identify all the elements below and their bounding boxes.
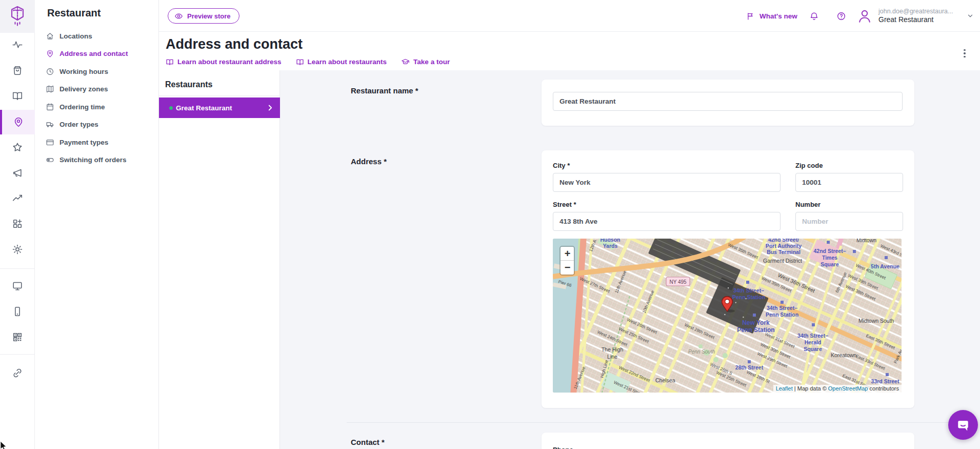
rail-qr-code[interactable] <box>0 326 35 348</box>
rail-divider <box>0 354 35 355</box>
sidebar-item-payment-types[interactable]: Payment types <box>35 133 159 151</box>
svg-text:Square: Square <box>804 346 822 352</box>
restaurants-panel: Restaurants Great Restaurant <box>159 70 280 449</box>
zoom-in-button[interactable]: + <box>561 247 574 261</box>
sidebar-item-locations[interactable]: Locations <box>35 27 159 45</box>
rail-marketing[interactable] <box>0 162 35 184</box>
restaurant-list-item-selected[interactable]: Great Restaurant <box>159 97 280 118</box>
sidebar-item-label: Order types <box>59 121 98 128</box>
sidebar-item-delivery-zones[interactable]: Delivery zones <box>35 81 159 98</box>
rail-kiosk[interactable] <box>0 275 35 297</box>
city-input[interactable] <box>553 173 781 192</box>
activity-icon <box>12 39 23 50</box>
help-circle-icon <box>836 11 846 21</box>
street-input[interactable] <box>553 212 781 231</box>
person-icon <box>856 8 873 24</box>
sidebar-item-label: Delivery zones <box>59 85 108 93</box>
notifications-button[interactable] <box>809 0 819 32</box>
rail-reports[interactable] <box>0 187 35 209</box>
svg-text:42nd Street–: 42nd Street– <box>813 248 846 254</box>
section-divider <box>347 422 971 423</box>
chat-bubble-icon <box>956 418 970 432</box>
rail-website-link[interactable] <box>0 362 35 384</box>
rail-orders[interactable] <box>0 59 35 82</box>
truck-icon <box>46 120 54 129</box>
location-pin-icon <box>46 49 54 58</box>
shopping-bag-icon <box>12 65 23 76</box>
contact-section-label: Contact * <box>351 438 385 446</box>
preview-store-label: Preview store <box>187 12 231 20</box>
header-links: Learn about restaurant address Learn abo… <box>166 57 450 66</box>
zip-code-input[interactable] <box>795 173 903 192</box>
sidebar-item-working-hours[interactable]: Working hours <box>35 63 159 80</box>
rail-menu[interactable] <box>0 85 35 107</box>
rail-settings[interactable] <box>0 238 35 261</box>
sidebar-item-order-types[interactable]: Order types <box>35 116 159 133</box>
graduation-cap-icon <box>401 57 410 66</box>
topbar: Preview store What's new john.doe@greatr… <box>159 0 980 32</box>
sidebar-item-ordering-time[interactable]: Ordering time <box>35 98 159 115</box>
svg-text:Times: Times <box>822 255 837 261</box>
svg-text:Koreatown: Koreatown <box>831 352 856 358</box>
rail-address-location[interactable] <box>0 110 35 134</box>
chevron-right-icon <box>266 103 275 112</box>
rail-divider <box>0 268 35 269</box>
zoom-out-button[interactable]: − <box>561 261 574 275</box>
leaflet-link[interactable]: Leaflet <box>776 385 793 392</box>
help-button[interactable] <box>836 0 846 32</box>
whats-new[interactable]: What's new <box>746 0 797 32</box>
zip-code-label: Zip code <box>795 162 823 169</box>
sidebar-item-label: Ordering time <box>59 103 105 111</box>
status-dot <box>169 106 173 110</box>
toggle-icon <box>46 155 54 164</box>
page-options-kebab-menu[interactable] <box>960 48 969 59</box>
rail-reviews[interactable] <box>0 136 35 159</box>
gear-icon <box>12 244 23 255</box>
icon-rail <box>0 0 35 449</box>
account-menu-toggle[interactable] <box>967 0 974 32</box>
megaphone-icon <box>12 167 23 179</box>
sidebar-item-switching-off-orders[interactable]: Switching off orders <box>35 151 159 169</box>
learn-about-restaurants-link[interactable]: Learn about restaurants <box>296 57 387 66</box>
whats-new-label: What's new <box>759 12 797 20</box>
user-avatar[interactable] <box>856 0 873 32</box>
grid-plus-icon <box>12 218 23 229</box>
user-info[interactable]: john.doe@greatrestaura... Great Restaura… <box>878 8 965 24</box>
rail-mobile-app[interactable] <box>0 300 35 323</box>
rail-dashboard-activity[interactable] <box>0 33 35 56</box>
book-icon <box>166 58 174 66</box>
sidebar-item-address-and-contact[interactable]: Address and contact <box>35 45 159 63</box>
svg-text:Midtown South: Midtown South <box>858 318 894 324</box>
restaurant-name-input[interactable] <box>553 92 903 111</box>
home-icon <box>46 32 54 41</box>
smartphone-icon <box>12 306 23 317</box>
number-input[interactable] <box>795 212 903 231</box>
svg-text:Penn Station: Penn Station <box>732 294 765 300</box>
page-title: Address and contact <box>166 36 303 52</box>
openstreetmap-link[interactable]: OpenStreetMap <box>828 385 868 392</box>
route-shield: NY 495 <box>666 277 690 286</box>
learn-about-restaurant-address-link[interactable]: Learn about restaurant address <box>166 57 282 66</box>
preview-store-button[interactable]: Preview store <box>168 8 239 24</box>
address-card: City * Zip code Street * Number <box>542 150 914 408</box>
restaurants-panel-title: Restaurants <box>165 80 212 89</box>
svg-text:Bus Terminal: Bus Terminal <box>767 249 801 255</box>
svg-text:5th Avenue: 5th Avenue <box>871 263 899 269</box>
svg-text:New York: New York <box>742 319 770 326</box>
svg-text:34th Street–: 34th Street– <box>797 333 828 339</box>
take-a-tour-link[interactable]: Take a tour <box>401 57 450 66</box>
city-label: City * <box>553 162 570 169</box>
svg-text:Yards: Yards <box>603 243 618 249</box>
app-logo[interactable] <box>0 0 35 33</box>
book-icon <box>296 58 304 66</box>
user-email: john.doe@greatrestaura... <box>878 8 965 15</box>
svg-text:Line: Line <box>607 354 617 360</box>
map[interactable]: NY 495 Hudson Yards 42nd Street/ Port Au… <box>553 239 902 393</box>
location-pin-icon <box>13 116 24 128</box>
sidebar: Restaurant Locations Address and contact… <box>35 0 159 449</box>
divider <box>159 95 280 96</box>
svg-text:34th Street–: 34th Street– <box>733 287 764 294</box>
svg-text:Herald: Herald <box>805 339 822 345</box>
chat-launcher-button[interactable] <box>948 410 978 440</box>
rail-integrations[interactable] <box>0 212 35 235</box>
